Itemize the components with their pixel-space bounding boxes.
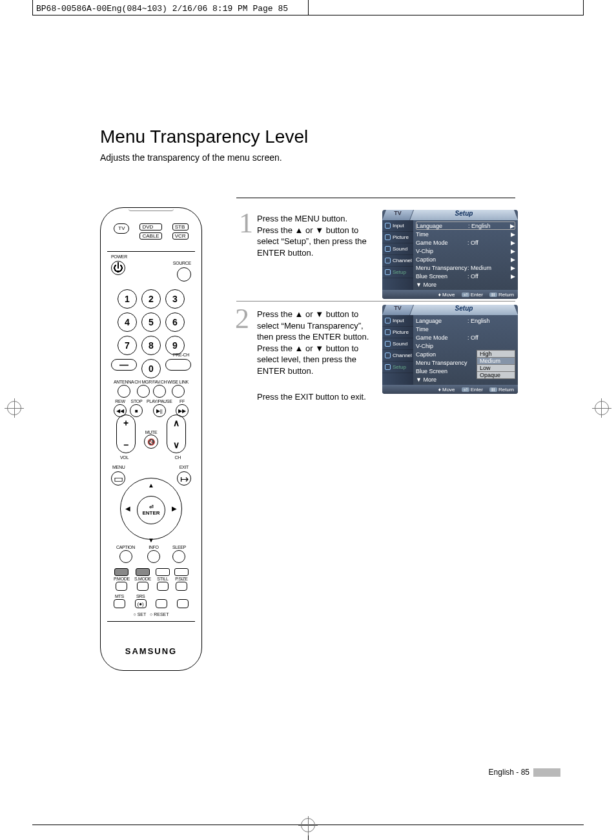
remote-yellow-button <box>156 568 170 576</box>
page-subtitle: Adjusts the transparency of the menu scr… <box>100 152 282 163</box>
remote-blank1-button <box>156 599 167 608</box>
osd-screenshot-2: TV Setup Input Picture Sound Channel Set… <box>382 305 518 394</box>
osd-footer: ♦ Move ⏎ Enter III Return <box>382 290 518 299</box>
osd2-tab-tv: TV <box>382 305 413 315</box>
remote-set-label: ○ SET <box>133 612 146 617</box>
remote-caption-label: CAPTION <box>116 545 135 549</box>
remote-play-button: ▶|| <box>153 404 166 417</box>
osd2-tab-setup: Setup <box>410 305 518 315</box>
remote-cable-button: CABLE <box>139 232 161 240</box>
remote-ff-label: FF <box>180 399 185 404</box>
osd-row-vchip: V-Chip▶ <box>416 247 515 255</box>
remote-info-button <box>147 550 160 563</box>
remote-antenna-button <box>118 385 130 398</box>
section-rule <box>236 198 515 198</box>
remote-wiselink-button <box>172 385 185 398</box>
remote-prech-button <box>165 359 191 371</box>
remote-sleep-button <box>172 550 185 563</box>
remote-smode-button <box>137 582 149 591</box>
remote-digit-6: 6 <box>165 312 185 332</box>
remote-play-label: PLAY/PAUSE <box>147 399 172 404</box>
remote-psize-label: P.SIZE <box>175 577 187 581</box>
remote-caption-button <box>119 550 132 563</box>
remote-dvd-button: DVD <box>139 223 161 230</box>
remote-digit-0: 0 <box>141 359 161 378</box>
remote-digit-5: 5 <box>141 312 161 332</box>
remote-tv-button: TV <box>114 223 129 234</box>
remote-stb-button: STB <box>172 223 189 230</box>
remote-prech-label: PRE-CH <box>173 353 189 357</box>
remote-chmgr-button <box>137 385 150 398</box>
step-separator <box>236 301 515 302</box>
remote-rew-label: REW <box>115 399 125 404</box>
remote-source-label: SOURCE <box>173 261 191 265</box>
remote-digit-7: 7 <box>118 336 137 355</box>
remote-digit-2: 2 <box>141 289 161 309</box>
osd-row-transparency: Menu Transparency: Medium▶ <box>416 263 515 272</box>
remote-mute-button: 🔇 <box>144 435 158 449</box>
remote-power-label: POWER <box>111 254 127 259</box>
remote-blue-button <box>174 568 189 576</box>
remote-srs-label: SRS <box>136 594 145 599</box>
osd-row-language: Language: English▶ <box>416 221 515 230</box>
osd-row-caption: Caption▶ <box>416 255 515 263</box>
osd2-row-gamemode: Game Mode: Off <box>416 333 515 342</box>
remote-smode-label: S.MODE <box>134 577 151 581</box>
remote-digit-3: 3 <box>165 289 185 309</box>
remote-mts-label: MTS <box>115 594 124 599</box>
remote-ch-rocker: ∧∨ CH <box>167 415 186 453</box>
remote-menu-label: MENU <box>112 465 125 469</box>
remote-antenna-label: ANTENNA <box>114 380 134 384</box>
remote-digit-1: 1 <box>118 289 137 309</box>
osd-row-bluescreen: Blue Screen: Off▶ <box>416 272 515 280</box>
osd-tab-tv: TV <box>382 210 413 220</box>
remote-favch-label: FAV.CH <box>152 380 167 384</box>
remote-dpad-up-icon: ▲ <box>148 482 154 489</box>
remote-red-button <box>114 568 128 576</box>
remote-pmode-label: P.MODE <box>114 577 130 581</box>
osd-side-input: Input <box>382 220 413 232</box>
remote-power-button: ⏻ <box>111 261 125 275</box>
step-2-text: Press the ▲ or ▼ button to select “Menu … <box>257 309 380 376</box>
osd-side-picture: Picture <box>382 232 413 243</box>
remote-chmgr-label: CH MGR <box>134 380 152 384</box>
osd2-row-vchip: V-Chip <box>416 342 515 350</box>
step-1-number: 1 <box>239 207 253 240</box>
osd-main-panel: Language: English▶ Time▶ Game Mode: Off▶… <box>413 220 518 290</box>
osd2-options-popup: High Medium Low Opaque <box>477 350 515 378</box>
remote-blank2-button <box>177 599 189 608</box>
osd-side-channel: Channel <box>382 255 413 267</box>
step-2-number: 2 <box>235 302 249 335</box>
osd2-side-channel: Channel <box>382 350 413 362</box>
remote-reset-label: ○ RESET <box>150 612 169 617</box>
osd2-main-panel: Language: English Time Game Mode: Off V-… <box>413 315 518 385</box>
remote-srs-button: (●) <box>135 599 147 608</box>
osd-side-setup: Setup <box>382 267 413 278</box>
remote-still-label: STILL <box>157 577 168 581</box>
osd2-side-picture: Picture <box>382 327 413 338</box>
remote-dpad-down-icon: ▼ <box>148 537 154 544</box>
remote-dash-button: — <box>111 359 137 371</box>
print-slug: BP68-00586A-00Eng(084~103) 2/16/06 8:19 … <box>36 4 288 14</box>
remote-psize-button <box>176 582 187 591</box>
remote-source-button <box>177 267 191 284</box>
page-title: Menu Transparency Level <box>100 127 308 147</box>
remote-wiselink-label: WISE LINK <box>167 380 189 384</box>
step-2-after: Press the EXIT button to exit. <box>257 391 380 403</box>
remote-vcr-button: VCR <box>172 232 189 240</box>
remote-vol-label: VOL <box>120 455 128 460</box>
remote-pmode-button <box>116 582 127 591</box>
remote-still-button <box>157 582 169 591</box>
remote-stop-label: STOP <box>131 399 143 404</box>
remote-favch-button <box>153 385 166 398</box>
osd-sidebar: Input Picture Sound Channel Setup <box>382 220 413 290</box>
remote-enter-button: ⏎ENTER <box>137 496 165 524</box>
remote-green-button <box>136 568 150 576</box>
osd-row-gamemode: Game Mode: Off▶ <box>416 238 515 247</box>
osd2-side-setup: Setup <box>382 362 413 373</box>
osd-tab-setup: Setup <box>410 210 518 220</box>
osd2-row-language: Language: English <box>416 316 515 325</box>
osd2-side-sound: Sound <box>382 338 413 350</box>
page-footer-bar <box>533 768 560 777</box>
osd2-sidebar: Input Picture Sound Channel Setup <box>382 315 413 385</box>
